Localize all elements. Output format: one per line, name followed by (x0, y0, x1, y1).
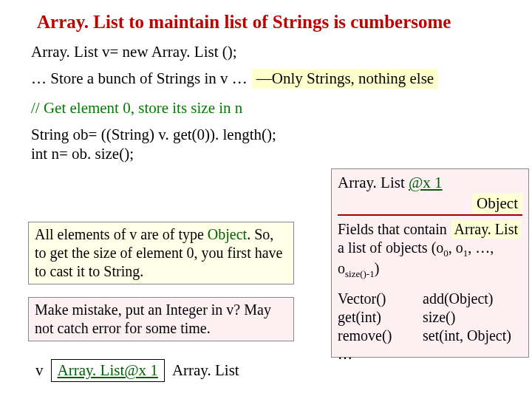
variable-diagram: v Array. List@x 1 Array. List (35, 359, 239, 382)
arraylist-tag: Array. List (451, 220, 521, 239)
method-get: get(int) (338, 308, 423, 327)
fields-mid1: , o (449, 239, 463, 256)
method-vector: Vector() (338, 290, 423, 308)
variable-value-box: Array. List@x 1 (51, 359, 165, 382)
object-diagram: Array. List @x 1 Object Array. List Fiel… (331, 168, 529, 358)
method-ellipsis: … (338, 345, 352, 364)
method-size: size() (423, 308, 455, 327)
code-line-declaration: Array. List v= new Array. List (); (0, 40, 532, 61)
code-line-store: … Store a bunch of Strings in v … —Only … (0, 61, 532, 89)
divider (338, 214, 522, 216)
fields-subn: size()-1 (345, 268, 375, 279)
object-address: @x 1 (409, 174, 443, 191)
fields-post: ) (375, 260, 380, 276)
method-remove: remove() (338, 327, 423, 345)
explain1-object-word: Object (208, 226, 247, 242)
code-block-row: String ob= ((String) v. get(0)). length(… (0, 117, 532, 164)
variable-type: Array. List (172, 361, 239, 380)
code-comment: // Get element 0, store its size in n (0, 89, 532, 117)
explanation-box-2: Make mistake, put an Integer in v? May n… (28, 297, 294, 341)
method-add: add(Object) (423, 290, 494, 308)
store-note: —Only Strings, nothing else (252, 69, 438, 89)
code-block: String ob= ((String) v. get(0)). length(… (31, 125, 276, 164)
store-text: … Store a bunch of Strings in v … (31, 69, 248, 88)
code-line-3: String ob= ((String) v. get(0)). length(… (31, 125, 276, 144)
explanation-box-1: All elements of v are of type Object. So… (28, 222, 294, 284)
methods-list: Vector()add(Object) get(int)size() remov… (338, 290, 522, 364)
object-class-name: Array. List (338, 174, 409, 191)
object-header: Array. List @x 1 (338, 174, 522, 192)
object-tag: Object (472, 194, 522, 214)
slide-title: Array. List to maintain list of Strings … (0, 0, 532, 40)
variable-name: v (35, 361, 44, 380)
code-line-4: int n= ob. size(); (31, 144, 276, 163)
method-set: set(int, Object) (423, 327, 511, 345)
explain1-a: All elements of v are of type (35, 226, 208, 242)
fields-text-pre: Fields that contain a list of objects (o (338, 221, 447, 256)
fields-description: Array. List Fields that contain a list o… (338, 220, 522, 281)
